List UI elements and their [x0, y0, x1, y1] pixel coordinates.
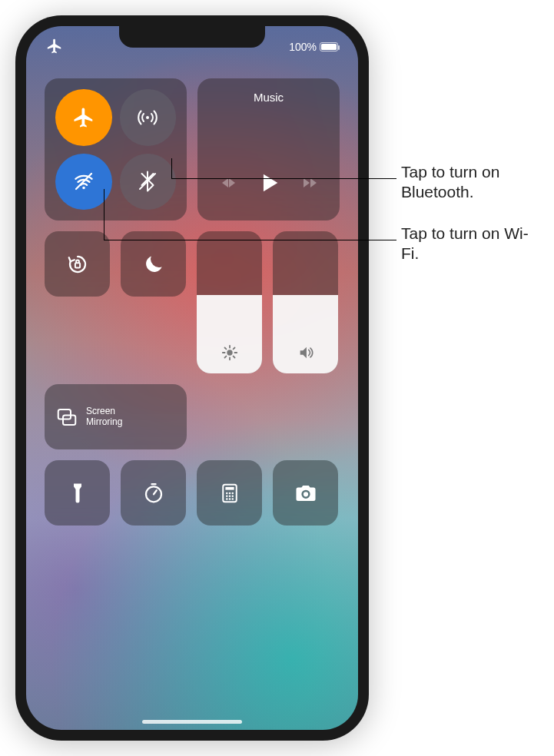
callout-leader — [104, 240, 396, 240]
svg-line-13 — [233, 347, 234, 349]
previous-track-icon — [219, 174, 237, 192]
home-indicator[interactable] — [142, 720, 242, 724]
callout-leader — [171, 158, 172, 178]
rotation-lock-icon — [66, 253, 89, 276]
airplane-icon — [46, 38, 63, 55]
camera-icon — [294, 482, 317, 505]
callout-leader — [104, 189, 104, 240]
svg-line-11 — [233, 356, 234, 358]
music-tile[interactable]: Music — [197, 78, 340, 220]
previous-track-button[interactable] — [219, 174, 237, 195]
timer-icon — [142, 482, 165, 505]
svg-rect-20 — [225, 486, 234, 489]
cellular-data-button[interactable] — [120, 89, 177, 146]
brightness-slider[interactable] — [197, 231, 262, 373]
connectivity-tile[interactable] — [45, 78, 187, 220]
wifi-off-icon — [72, 170, 95, 193]
svg-rect-14 — [58, 410, 71, 419]
callout-bluetooth: Tap to turn on Bluetooth. — [401, 162, 546, 203]
svg-point-1 — [82, 187, 85, 190]
volume-icon — [297, 344, 314, 361]
phone-frame: 100% — [15, 15, 369, 741]
svg-point-23 — [231, 492, 234, 494]
svg-point-25 — [228, 495, 231, 497]
svg-line-12 — [224, 356, 226, 358]
music-title: Music — [254, 91, 284, 104]
svg-point-24 — [226, 495, 228, 497]
next-track-button[interactable] — [300, 174, 319, 195]
screen-mirroring-button[interactable]: Screen Mirroring — [45, 384, 187, 449]
music-controls — [219, 170, 319, 199]
svg-point-5 — [227, 350, 232, 355]
cellular-icon — [136, 106, 159, 129]
play-button[interactable] — [256, 170, 282, 199]
svg-line-17 — [154, 490, 157, 494]
bluetooth-button[interactable] — [120, 154, 177, 211]
status-left — [46, 38, 63, 57]
play-icon — [256, 170, 282, 196]
svg-line-10 — [224, 347, 226, 349]
status-right: 100% — [289, 41, 338, 53]
volume-slider[interactable] — [273, 231, 338, 373]
screen: 100% — [26, 26, 358, 730]
flashlight-button[interactable] — [45, 460, 110, 526]
callout-leader — [171, 178, 396, 179]
svg-rect-4 — [75, 263, 79, 267]
brightness-icon — [221, 344, 238, 361]
battery-percent-label: 100% — [289, 41, 317, 53]
camera-button[interactable] — [273, 460, 338, 526]
battery-icon — [320, 42, 338, 51]
airplane-icon — [72, 106, 95, 129]
screen-mirroring-label: Screen Mirroring — [86, 406, 122, 428]
flashlight-icon — [66, 482, 89, 505]
svg-point-0 — [146, 116, 149, 119]
airplane-mode-button[interactable] — [55, 89, 112, 146]
svg-point-22 — [228, 492, 231, 494]
rotation-lock-button[interactable] — [45, 231, 110, 297]
svg-point-29 — [231, 498, 234, 500]
calculator-icon — [218, 482, 241, 505]
control-center: Music — [45, 78, 340, 536]
timer-button[interactable] — [121, 460, 186, 526]
screen-mirroring-icon — [55, 406, 78, 429]
callout-wifi: Tap to turn on Wi-Fi. — [401, 224, 546, 264]
next-track-icon — [300, 174, 319, 192]
svg-point-28 — [228, 498, 231, 500]
notch — [119, 26, 265, 48]
bluetooth-off-icon — [136, 170, 159, 193]
svg-rect-15 — [63, 415, 75, 425]
do-not-disturb-icon — [142, 253, 165, 276]
svg-point-21 — [226, 492, 228, 494]
svg-point-27 — [226, 498, 228, 500]
do-not-disturb-button[interactable] — [121, 231, 186, 297]
svg-point-26 — [231, 495, 234, 497]
calculator-button[interactable] — [197, 460, 262, 526]
